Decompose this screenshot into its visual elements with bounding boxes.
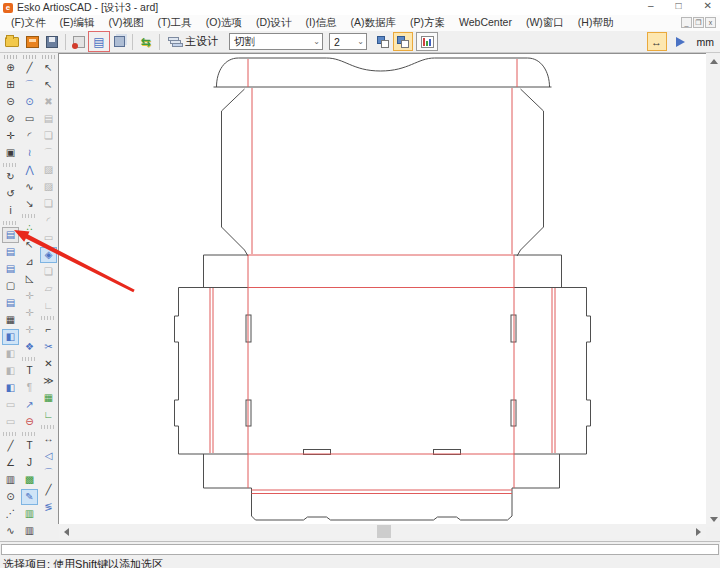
rectangle-tool[interactable]: ▭ bbox=[21, 111, 38, 127]
snap-points-tool[interactable]: ∴ bbox=[21, 220, 38, 236]
text-tool[interactable]: T bbox=[21, 363, 38, 379]
open-file-button[interactable] bbox=[2, 32, 22, 51]
save-button[interactable] bbox=[42, 32, 62, 51]
convert-colors-button[interactable]: ⇆ bbox=[136, 32, 156, 51]
horizontal-scrollbar[interactable] bbox=[59, 524, 706, 539]
polyline-tool[interactable]: ⋀ bbox=[21, 162, 38, 178]
move-point-tool[interactable]: ↖ bbox=[21, 237, 38, 253]
drawing-canvas[interactable] bbox=[58, 53, 706, 524]
scroll-down-icon[interactable] bbox=[710, 517, 718, 522]
scroll-right-icon[interactable] bbox=[696, 528, 701, 536]
scroll-up-icon[interactable] bbox=[710, 59, 718, 64]
move-to-layer-tool[interactable]: ▤ bbox=[40, 111, 57, 127]
group-b-tool[interactable]: ❏ bbox=[40, 196, 57, 212]
rotate-view-tool[interactable]: ↻ bbox=[2, 169, 19, 185]
palette-grip[interactable] bbox=[4, 55, 18, 59]
menu-item[interactable]: WebCenter bbox=[452, 15, 519, 31]
extend-tool[interactable]: ≫ bbox=[40, 373, 57, 389]
line-type-dropdown[interactable]: 切割 ⌄ bbox=[229, 33, 323, 50]
menu-item[interactable]: (E)编辑 bbox=[52, 15, 101, 31]
mdi-restore-button[interactable]: ❐ bbox=[693, 17, 704, 28]
circle-tool[interactable]: ⊙ bbox=[21, 94, 38, 110]
rotate-180-tool[interactable]: ↺ bbox=[2, 186, 19, 202]
perspective-tool[interactable]: ⋰ bbox=[2, 506, 19, 522]
layer-front-button[interactable] bbox=[393, 32, 413, 51]
bezier-tool[interactable]: ≀ bbox=[21, 145, 38, 161]
move-b-tool[interactable]: ✛ bbox=[21, 305, 38, 321]
barcode-ap-tool[interactable]: ▥ bbox=[21, 506, 38, 522]
box-tool[interactable]: ▭ bbox=[40, 230, 57, 246]
fill-outline-tool[interactable]: ◧ bbox=[2, 346, 19, 362]
group-tool[interactable]: ❏ bbox=[40, 128, 57, 144]
zoom-in-tool[interactable]: ⊕ bbox=[2, 60, 19, 76]
fill-tool[interactable]: ◧ bbox=[2, 329, 19, 345]
attachment-tool[interactable]: ✎ bbox=[21, 489, 38, 505]
select-multiple-tool[interactable]: ↖ bbox=[40, 77, 57, 93]
italic-text-tool[interactable]: J bbox=[21, 455, 38, 471]
break-tool[interactable]: ✕ bbox=[40, 356, 57, 372]
barcode-tool[interactable]: ▥ bbox=[21, 523, 38, 539]
mdi-minimize-button[interactable]: _ bbox=[681, 17, 692, 28]
line-tool[interactable]: ╱ bbox=[21, 60, 38, 76]
point-size-dropdown[interactable]: 2 ⌄ bbox=[329, 33, 367, 50]
menu-item[interactable]: (O)选项 bbox=[199, 15, 249, 31]
steps-tool[interactable]: ∟ bbox=[40, 298, 57, 314]
full-view-tool[interactable]: ▣ bbox=[2, 145, 19, 161]
move-copy-tool[interactable]: ❖ bbox=[21, 339, 38, 355]
fill-region-b-tool[interactable]: ▨ bbox=[40, 179, 57, 195]
dimension-angle-tool[interactable]: ◁ bbox=[40, 448, 57, 464]
maximize-button[interactable]: □ bbox=[676, 0, 682, 11]
freehand-curve-tool[interactable]: ∿ bbox=[2, 523, 19, 539]
menu-item[interactable]: (T)工具 bbox=[150, 15, 198, 31]
convert-to-3d-button[interactable] bbox=[109, 32, 129, 51]
zoom-scale-tool[interactable]: ⊘ bbox=[2, 111, 19, 127]
print-preview-tool[interactable]: ▦ bbox=[2, 312, 19, 328]
move-c-tool[interactable]: ✛ bbox=[21, 322, 38, 338]
close-button[interactable]: ✕ bbox=[704, 0, 712, 11]
panel-b-tool[interactable]: ▭ bbox=[2, 414, 19, 430]
move-a-tool[interactable]: ✛ bbox=[21, 288, 38, 304]
hatch-tool[interactable]: ▥ bbox=[2, 472, 19, 488]
menu-item[interactable]: (F)文件 bbox=[4, 15, 52, 31]
menu-item[interactable]: (H)帮助 bbox=[571, 15, 621, 31]
scroll-left-icon[interactable] bbox=[64, 528, 69, 536]
layer-back-button[interactable] bbox=[373, 32, 393, 51]
arc-b-tool[interactable]: ◜ bbox=[40, 213, 57, 229]
screen-output-tool[interactable]: ▢ bbox=[2, 278, 19, 294]
dimension-h-tool[interactable]: ↔ bbox=[40, 431, 57, 447]
run-standard-button[interactable] bbox=[22, 32, 42, 51]
bridge-tool[interactable]: ▦ bbox=[40, 390, 57, 406]
leader-arrow-tool[interactable]: ↗ bbox=[21, 397, 38, 413]
sine-curve-tool[interactable]: ∿ bbox=[21, 179, 38, 195]
rebuild-playback-button[interactable]: ▤ bbox=[89, 32, 109, 51]
angle-a-tool[interactable]: ⊿ bbox=[21, 254, 38, 270]
dimension-arc-tool[interactable]: ⌒ bbox=[40, 465, 57, 481]
zoom-out-tool[interactable]: ⊝ bbox=[2, 94, 19, 110]
angle-b-tool[interactable]: ◺ bbox=[21, 271, 38, 287]
trim-tool[interactable]: ✂ bbox=[40, 339, 57, 355]
select-tool[interactable]: ↖ bbox=[40, 60, 57, 76]
corner-tool[interactable]: ⌐ bbox=[40, 322, 57, 338]
menu-item[interactable]: (P)方案 bbox=[403, 15, 452, 31]
stair-step-tool[interactable]: ∟ bbox=[40, 407, 57, 423]
dimension-zigzag-tool[interactable]: ≶ bbox=[40, 499, 57, 515]
mdi-close-button[interactable]: x bbox=[705, 17, 716, 28]
output-sample-tool[interactable]: ▤ bbox=[2, 244, 19, 260]
menu-item[interactable]: (I)信息 bbox=[299, 15, 344, 31]
vertical-scrollbar[interactable] bbox=[706, 54, 720, 527]
output-to-plot-tool[interactable]: ▤ bbox=[2, 227, 19, 243]
cube-3d-tool[interactable]: ◈ bbox=[40, 247, 57, 263]
rebuild-design-button[interactable] bbox=[69, 32, 89, 51]
dimension-text-tool[interactable]: T bbox=[21, 438, 38, 454]
fill-region-a-tool[interactable]: ▨ bbox=[40, 162, 57, 178]
output-print-tool[interactable]: ▤ bbox=[2, 261, 19, 277]
snap-direction-button[interactable]: ↔ bbox=[647, 32, 667, 51]
circle-center-tool[interactable]: ⊙ bbox=[2, 489, 19, 505]
cubes-tool[interactable]: ❏ bbox=[40, 264, 57, 280]
menu-item[interactable]: (W)窗口 bbox=[519, 15, 571, 31]
menu-item[interactable]: (V)视图 bbox=[101, 15, 150, 31]
palette-grip[interactable] bbox=[42, 55, 56, 59]
hatch-fill-tool[interactable]: ▩ bbox=[21, 472, 38, 488]
minimize-button[interactable]: – bbox=[648, 0, 654, 11]
line-length-tool[interactable]: ╱ bbox=[2, 438, 19, 454]
